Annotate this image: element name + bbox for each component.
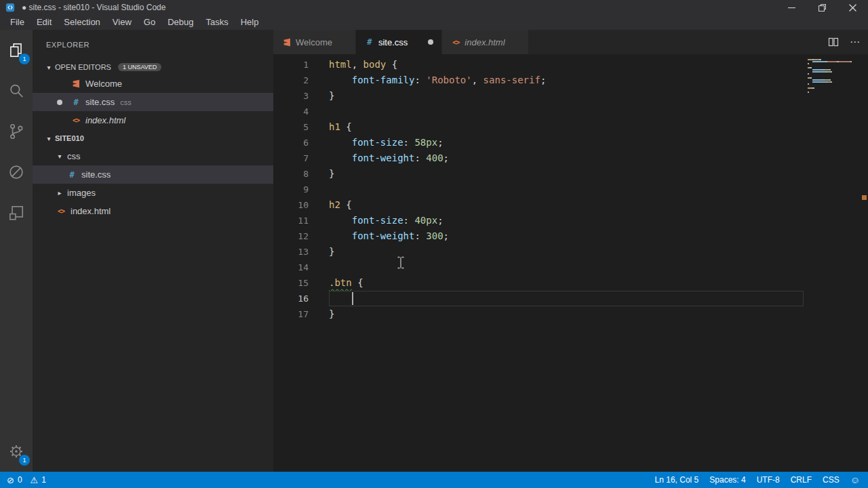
tab-site-css[interactable]: #site.css [356, 30, 442, 54]
restore-button[interactable] [807, 0, 837, 15]
minimap-line [808, 89, 868, 91]
code-line-9[interactable] [329, 182, 804, 197]
welcome-icon [71, 79, 81, 88]
tree-item-site-css[interactable]: #site.css [33, 165, 273, 184]
open-editors-header[interactable]: ▾ OPEN EDITORS 1 UNSAVED [33, 60, 273, 75]
menu-selection[interactable]: Selection [58, 15, 106, 30]
root-folder-label: SITE010 [55, 134, 84, 142]
debug-icon[interactable] [0, 152, 33, 192]
vscode-logo-icon [5, 3, 15, 12]
dirty-slot [57, 100, 71, 105]
tree-item-css[interactable]: ▾css [33, 147, 273, 165]
line-number[interactable]: 15 [273, 275, 329, 291]
file-path-detail: css [120, 98, 132, 106]
line-number[interactable]: 9 [273, 182, 329, 197]
search-icon[interactable] [0, 70, 33, 111]
folder-root-header[interactable]: ▾ SITE010 [33, 129, 273, 147]
line-number[interactable]: 17 [273, 306, 329, 322]
status-ln-16-col-5[interactable]: Ln 16, Col 5 [650, 475, 705, 485]
more-actions-icon[interactable]: ⋯ [850, 36, 860, 48]
minimap-line [808, 65, 868, 66]
menu-debug[interactable]: Debug [161, 15, 199, 30]
menu-help[interactable]: Help [235, 15, 265, 30]
settings-gear-icon[interactable]: 1 [0, 431, 33, 472]
editor-group: Welcome#site.css<>index.html ⋯ 123456789… [273, 30, 868, 472]
tab-welcome[interactable]: Welcome [273, 30, 356, 54]
code-line-6[interactable]: font-size: 58px; [329, 135, 804, 150]
status-crlf[interactable]: CRLF [785, 475, 817, 485]
status-bar: ⊘ 0 ⚠ 1 Ln 16, Col 5Spaces: 4UTF-8CRLFCS… [0, 472, 868, 488]
css-file-icon: # [71, 98, 81, 107]
code-line-16[interactable] [329, 291, 804, 306]
status-spaces-4[interactable]: Spaces: 4 [704, 475, 751, 485]
code-line-3[interactable]: } [329, 88, 804, 104]
title-bar: ● site.css - site010 - Visual Studio Cod… [0, 0, 868, 15]
code-line-8[interactable]: } [329, 166, 804, 182]
code-line-12[interactable]: font-weight: 300; [329, 228, 804, 244]
tree-item-index-html[interactable]: <>index.html [33, 202, 273, 220]
editor[interactable]: 1234567891011121314151617 html, body { f… [273, 54, 868, 472]
html-file-icon: <> [450, 39, 461, 46]
minimap-line [808, 75, 868, 77]
code-line-10[interactable]: h2 { [329, 197, 804, 213]
errors-count[interactable]: 0 [18, 475, 22, 485]
errors-icon[interactable]: ⊘ [7, 476, 14, 485]
split-editor-icon[interactable] [828, 37, 839, 47]
line-number[interactable]: 14 [273, 260, 329, 275]
tree-item-images[interactable]: ▸images [33, 184, 273, 202]
feedback-smiley-icon[interactable]: ☺ [845, 474, 865, 485]
line-number[interactable]: 11 [273, 213, 329, 228]
minimap-line [808, 67, 868, 68]
css-file-icon: # [364, 37, 375, 47]
code-line-7[interactable]: font-weight: 400; [329, 150, 804, 166]
code-line-1[interactable]: html, body { [329, 57, 804, 73]
extensions-icon[interactable] [0, 192, 33, 233]
minimap-line [808, 73, 868, 75]
code-line-17[interactable]: } [329, 306, 804, 322]
warnings-count[interactable]: 1 [41, 475, 46, 485]
open-editor-index-html[interactable]: <>index.html [33, 111, 273, 129]
code-line-5[interactable]: h1 { [329, 119, 804, 135]
menu-file[interactable]: File [4, 15, 31, 30]
line-number[interactable]: 4 [273, 104, 329, 119]
line-number[interactable]: 10 [273, 197, 329, 213]
line-number[interactable]: 8 [273, 166, 329, 182]
minimap[interactable] [804, 54, 868, 472]
minimap-line [808, 59, 868, 60]
menu-tasks[interactable]: Tasks [199, 15, 234, 30]
code-line-11[interactable]: font-size: 40px; [329, 213, 804, 228]
line-number[interactable]: 3 [273, 88, 329, 104]
code-line-15[interactable]: .btn { [329, 275, 804, 291]
line-number[interactable]: 2 [273, 73, 329, 88]
line-number[interactable]: 6 [273, 135, 329, 150]
close-button[interactable] [837, 0, 868, 15]
menu-go[interactable]: Go [138, 15, 161, 30]
activity-bar-spacer [0, 233, 33, 431]
warning-squiggle: .btn [329, 277, 352, 288]
open-editor-welcome[interactable]: Welcome [33, 75, 273, 93]
line-number[interactable]: 7 [273, 150, 329, 166]
settings-badge: 1 [19, 455, 30, 466]
minimap-line [808, 77, 868, 79]
status-css[interactable]: CSS [817, 475, 845, 485]
source-control-icon[interactable] [0, 111, 33, 152]
line-number[interactable]: 1 [273, 57, 329, 73]
line-number[interactable]: 5 [273, 119, 329, 135]
minimap-line [808, 87, 868, 89]
line-number[interactable]: 16 [273, 291, 329, 306]
tab-index-html[interactable]: <>index.html [442, 30, 528, 54]
warnings-icon[interactable]: ⚠ [31, 476, 39, 485]
html-file-icon: <> [71, 117, 81, 124]
menu-view[interactable]: View [106, 15, 138, 30]
html-file-icon: <> [56, 207, 66, 215]
line-number[interactable]: 12 [273, 228, 329, 244]
open-editor-site-css[interactable]: #site.csscss [33, 93, 273, 111]
menu-edit[interactable]: Edit [31, 15, 58, 30]
code-line-2[interactable]: font-family: 'Roboto', sans-serif; [329, 73, 804, 88]
minimize-button[interactable] [776, 0, 807, 15]
explorer-icon[interactable]: 1 [0, 30, 33, 70]
line-number[interactable]: 13 [273, 244, 329, 260]
status-utf-8[interactable]: UTF-8 [751, 475, 785, 485]
css-file-icon: # [66, 170, 77, 180]
code-line-4[interactable] [329, 104, 804, 119]
